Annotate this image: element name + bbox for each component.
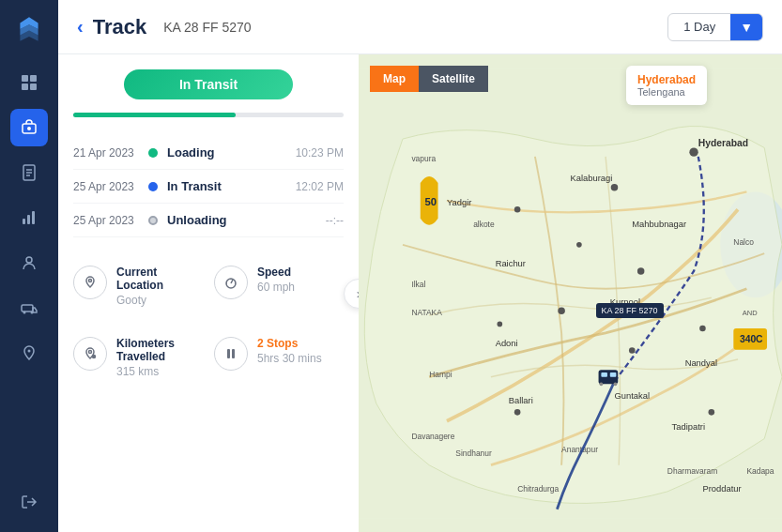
- main-content: ‹ Track KA 28 FF 5270 1 Day ▼ › In Trans…: [58, 0, 782, 532]
- svg-point-32: [514, 409, 521, 416]
- info-card-location-content: Current Location Gooty: [116, 266, 203, 307]
- sidebar-item-track[interactable]: [10, 109, 48, 146]
- svg-text:NATAKA: NATAKA: [411, 308, 442, 317]
- svg-rect-22: [227, 349, 230, 358]
- svg-rect-0: [22, 75, 28, 82]
- svg-point-31: [629, 347, 636, 354]
- collapse-panel-button[interactable]: ›: [344, 279, 359, 309]
- info-card-stops: 2 Stops 5hrs 30 mins: [214, 327, 344, 388]
- sidebar-item-reports[interactable]: [10, 199, 48, 236]
- svg-point-26: [689, 147, 698, 156]
- svg-text:Hyderabad: Hyderabad: [698, 138, 748, 148]
- svg-point-5: [27, 127, 31, 130]
- location-tooltip: Hyderabad Telengana: [626, 66, 707, 105]
- tooltip-subtitle: Telengana: [637, 86, 696, 98]
- svg-text:Davanagere: Davanagere: [411, 432, 454, 441]
- timeline-event-intransit: In Transit: [167, 179, 296, 193]
- svg-point-66: [600, 382, 604, 386]
- sidebar-item-logout[interactable]: [10, 483, 48, 521]
- svg-text:Raichur: Raichur: [496, 258, 526, 268]
- svg-point-28: [514, 206, 521, 213]
- svg-point-15: [23, 312, 26, 314]
- svg-point-16: [31, 312, 34, 314]
- svg-rect-64: [601, 372, 607, 377]
- info-card-km-value: 315 kms: [116, 365, 203, 378]
- sidebar-item-fleet[interactable]: [10, 289, 48, 327]
- back-button[interactable]: ‹: [77, 16, 84, 38]
- header-left: ‹ Track KA 28 FF 5270: [77, 15, 252, 39]
- svg-point-36: [498, 322, 503, 327]
- svg-point-34: [576, 242, 582, 248]
- svg-text:Guntakal: Guntakal: [614, 390, 650, 401]
- svg-text:AND: AND: [743, 309, 758, 317]
- sidebar-item-users[interactable]: [10, 244, 48, 281]
- info-card-stops-value: 5hrs 30 mins: [257, 352, 322, 365]
- info-card-speed-content: Speed 60 mph: [257, 266, 295, 294]
- svg-rect-65: [610, 372, 617, 377]
- timeline-time-loading: 10:23 PM: [296, 146, 344, 160]
- svg-point-29: [637, 267, 645, 275]
- timeline-date-unloading: 25 Apr 2023: [73, 214, 148, 227]
- info-grid: Current Location Gooty Speed 6: [73, 256, 344, 388]
- info-card-speed-value: 60 mph: [257, 281, 295, 294]
- svg-point-33: [699, 326, 706, 332]
- tooltip-title: Hyderabad: [637, 73, 696, 86]
- left-panel: › In Transit 21 Apr 2023 Loading 10:23 P…: [58, 54, 359, 532]
- svg-rect-2: [22, 84, 28, 90]
- svg-text:Yadgir: Yadgir: [447, 197, 471, 207]
- svg-rect-11: [27, 215, 30, 224]
- svg-text:alkote: alkote: [473, 220, 495, 229]
- svg-point-67: [614, 382, 618, 386]
- day-selector[interactable]: 1 Day ▼: [667, 13, 763, 41]
- svg-text:Kadapa: Kadapa: [746, 466, 774, 476]
- info-card-km: Kilometers Travelled 315 kms: [73, 327, 203, 388]
- info-card-speed-label: Speed: [257, 266, 295, 279]
- svg-point-30: [558, 308, 565, 315]
- info-card-km-content: Kilometers Travelled 315 kms: [116, 337, 203, 378]
- sidebar-item-documents[interactable]: [10, 154, 48, 191]
- day-selector-label: 1 Day: [668, 14, 730, 39]
- map-container[interactable]: Hyderabad Kalaburagi Yadgir Mahbubnagar …: [359, 54, 782, 532]
- progress-bar-fill: [73, 113, 236, 117]
- svg-rect-23: [232, 349, 235, 358]
- timeline: 21 Apr 2023 Loading 10:23 PM 25 Apr 2023…: [73, 136, 344, 237]
- svg-point-13: [26, 257, 32, 263]
- stops-icon: [214, 337, 248, 371]
- svg-rect-12: [32, 211, 35, 224]
- svg-text:Adoni: Adoni: [496, 338, 518, 348]
- satellite-button[interactable]: Satellite: [419, 66, 488, 92]
- info-card-location: Current Location Gooty: [73, 256, 203, 316]
- svg-point-18: [89, 280, 92, 282]
- timeline-dot-loading: [148, 148, 158, 158]
- svg-text:vapura: vapura: [411, 154, 436, 163]
- svg-rect-10: [23, 219, 25, 224]
- sidebar-item-location[interactable]: [10, 334, 48, 372]
- info-card-stops-label: 2 Stops: [257, 337, 322, 350]
- svg-text:Chitradurga: Chitradurga: [517, 484, 559, 494]
- svg-text:Proddatur: Proddatur: [702, 483, 741, 494]
- timeline-event-loading: Loading: [167, 145, 296, 160]
- info-card-location-label: Current Location: [116, 266, 203, 292]
- timeline-item-loading: 21 Apr 2023 Loading 10:23 PM: [73, 136, 344, 170]
- info-card-stops-content: 2 Stops 5hrs 30 mins: [257, 337, 322, 365]
- svg-rect-1: [30, 75, 37, 82]
- location-icon: [73, 266, 107, 299]
- header: ‹ Track KA 28 FF 5270 1 Day ▼: [58, 0, 782, 54]
- progress-bar-container: [73, 113, 344, 117]
- sidebar-item-dashboard[interactable]: [10, 64, 48, 101]
- info-card-location-value: Gooty: [116, 294, 203, 307]
- svg-text:50: 50: [424, 196, 437, 207]
- vehicle-number: KA 28 FF 5270: [163, 20, 251, 35]
- svg-text:Ilkal: Ilkal: [411, 280, 425, 289]
- svg-point-35: [709, 409, 715, 416]
- svg-text:Nandyal: Nandyal: [685, 357, 717, 368]
- svg-text:Sindhanur: Sindhanur: [455, 448, 492, 458]
- day-selector-arrow[interactable]: ▼: [730, 14, 762, 40]
- timeline-dot-intransit: [148, 182, 158, 191]
- map-button[interactable]: Map: [370, 66, 419, 92]
- svg-point-21: [93, 356, 96, 358]
- svg-text:Tadipatri: Tadipatri: [672, 421, 705, 432]
- timeline-time-unloading: --:--: [326, 214, 344, 227]
- timeline-item-unloading: 25 Apr 2023 Unloading --:--: [73, 204, 344, 237]
- timeline-event-unloading: Unloading: [167, 213, 326, 227]
